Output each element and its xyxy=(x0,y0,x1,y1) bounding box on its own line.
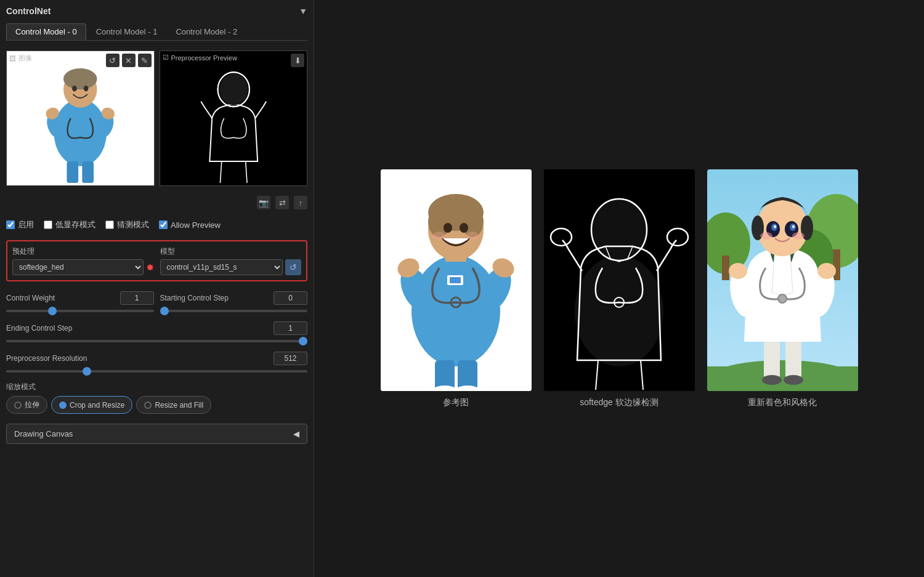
svg-point-61 xyxy=(756,200,808,256)
refresh-button[interactable]: ↺ xyxy=(285,259,301,275)
upload-button[interactable]: ↑ xyxy=(294,196,307,209)
control-weight-header: Control Weight xyxy=(6,291,154,305)
preview-image-label: ☑ Preprocessor Preview xyxy=(163,54,238,62)
panel-header: ControlNet ▼ xyxy=(6,6,307,16)
guess-mode-input[interactable] xyxy=(105,220,114,229)
source-image-label: 🖼 图像 xyxy=(9,54,32,63)
starting-step-section: Starting Control Step xyxy=(160,291,308,314)
svg-point-71 xyxy=(792,232,804,240)
preprocessor-res-label: Preprocessor Resolution xyxy=(6,354,87,363)
crop-resize-label: Crop and Resize xyxy=(70,401,124,410)
reference-svg xyxy=(381,169,532,391)
starting-step-value[interactable] xyxy=(274,291,307,305)
scale-resize-fill-button[interactable]: Resize and Fill xyxy=(136,396,211,414)
preview-image-content xyxy=(160,51,307,185)
allow-preview-input[interactable] xyxy=(159,220,168,229)
source-image-controls: ↺ ✕ ✎ xyxy=(106,54,152,67)
drawing-canvas-button[interactable]: Drawing Canvas ◀ xyxy=(6,424,307,444)
allow-preview-checkbox[interactable]: Allow Preview xyxy=(159,220,221,230)
result-img-reference xyxy=(381,169,532,391)
svg-point-53 xyxy=(762,375,782,385)
preview-image-controls: ⬇ xyxy=(291,54,304,67)
scale-mode-buttons: 拉伸 Crop and Resize Resize and Fill xyxy=(6,396,307,414)
preprocessor-res-value[interactable] xyxy=(274,352,307,365)
tab-control-model-2[interactable]: Control Model - 2 xyxy=(167,23,246,40)
svg-rect-52 xyxy=(785,339,801,379)
svg-point-59 xyxy=(778,294,787,303)
model-select[interactable]: control_v11p_sd15_s xyxy=(160,259,283,275)
result-label-reference: 参考图 xyxy=(443,397,469,408)
result-grid: 参考图 xyxy=(381,169,858,408)
guess-mode-checkbox[interactable]: 猜测模式 xyxy=(105,219,149,230)
model-col: 模型 control_v11p_sd15_s ↺ xyxy=(160,246,302,275)
model-section: 预处理 softedge_hed ✸ 模型 control_v11p_sd15_… xyxy=(6,240,307,281)
svg-point-70 xyxy=(760,232,772,240)
svg-rect-31 xyxy=(458,360,477,390)
preprocessor-select[interactable]: softedge_hed xyxy=(12,259,144,275)
crop-resize-radio-dot xyxy=(59,401,67,409)
right-panel: 参考图 xyxy=(314,0,924,577)
scale-mode-label: 缩放模式 xyxy=(6,382,307,392)
source-image-box: 🖼 图像 ↺ ✕ ✎ xyxy=(6,50,155,186)
ending-step-value[interactable] xyxy=(274,321,307,335)
drawing-canvas-icon: ◀ xyxy=(293,429,299,438)
result-label-sketch: softedge 软边缘检测 xyxy=(580,397,659,408)
result-item-sketch: softedge 软边缘检测 xyxy=(544,169,695,408)
svg-point-3 xyxy=(72,86,77,91)
svg-rect-45 xyxy=(722,256,729,280)
edit-button[interactable]: ✎ xyxy=(138,54,152,67)
download-button[interactable]: ⬇ xyxy=(291,54,304,67)
ending-step-header: Ending Control Step xyxy=(6,321,307,335)
source-image-content xyxy=(7,51,154,185)
tab-control-model-0[interactable]: Control Model - 0 xyxy=(6,23,86,40)
svg-rect-50 xyxy=(707,366,858,391)
image-row: 🖼 图像 ↺ ✕ ✎ xyxy=(6,50,307,186)
tab-control-model-1[interactable]: Control Model - 1 xyxy=(87,23,166,40)
control-weight-label: Control Weight xyxy=(6,294,80,302)
ending-step-slider[interactable] xyxy=(6,340,307,342)
panel-collapse-button[interactable]: ▼ xyxy=(299,6,307,16)
svg-point-69 xyxy=(792,225,795,228)
enable-checkbox[interactable]: 启用 xyxy=(6,219,34,230)
svg-point-57 xyxy=(729,263,747,279)
preprocessor-col: 预处理 softedge_hed ✸ xyxy=(12,246,154,275)
svg-point-22 xyxy=(460,223,468,233)
svg-point-24 xyxy=(466,232,479,240)
close-button[interactable]: ✕ xyxy=(122,54,136,67)
scale-crop-resize-button[interactable]: Crop and Resize xyxy=(51,396,132,414)
svg-point-23 xyxy=(433,232,445,240)
scale-stretch-button[interactable]: 拉伸 xyxy=(6,396,47,414)
rotate-button[interactable]: ↺ xyxy=(106,54,120,67)
result-item-reference: 参考图 xyxy=(381,169,532,408)
drawing-canvas-label: Drawing Canvas xyxy=(14,429,73,438)
resize-fill-radio-dot xyxy=(144,401,152,409)
weight-step-row: Control Weight Starting Control Step xyxy=(6,291,307,314)
camera-button[interactable]: 📷 xyxy=(257,196,270,209)
control-weight-value[interactable] xyxy=(120,291,154,305)
svg-rect-51 xyxy=(764,339,780,379)
starting-step-slider[interactable] xyxy=(160,310,308,312)
preprocessor-res-slider[interactable] xyxy=(6,370,307,373)
low-vram-input[interactable] xyxy=(44,220,52,229)
model-select-row: control_v11p_sd15_s ↺ xyxy=(160,259,302,275)
svg-point-58 xyxy=(817,263,836,279)
model-row: 预处理 softedge_hed ✸ 模型 control_v11p_sd15_… xyxy=(12,246,301,275)
enable-input[interactable] xyxy=(6,220,15,229)
stretch-radio-dot xyxy=(14,401,22,409)
svg-point-4 xyxy=(84,86,89,91)
starting-step-label: Starting Control Step xyxy=(160,294,234,302)
control-weight-slider[interactable] xyxy=(6,310,154,312)
preprocessor-select-row: softedge_hed ✸ xyxy=(12,259,154,275)
control-net-panel: ControlNet ▼ Control Model - 0 Control M… xyxy=(0,0,314,577)
svg-rect-9 xyxy=(67,161,78,183)
low-vram-checkbox[interactable]: 低显存模式 xyxy=(44,219,95,230)
preprocessor-label: 预处理 xyxy=(12,246,154,257)
preprocessor-res-header: Preprocessor Resolution xyxy=(6,352,307,365)
svg-rect-10 xyxy=(82,161,94,183)
swap-button[interactable]: ⇄ xyxy=(275,196,289,209)
scale-mode-section: 缩放模式 拉伸 Crop and Resize Resize and Fill xyxy=(6,382,307,414)
resize-fill-label: Resize and Fill xyxy=(155,401,203,410)
sketch-svg xyxy=(544,169,695,391)
svg-point-2 xyxy=(63,68,97,89)
model-label: 模型 xyxy=(160,246,302,257)
